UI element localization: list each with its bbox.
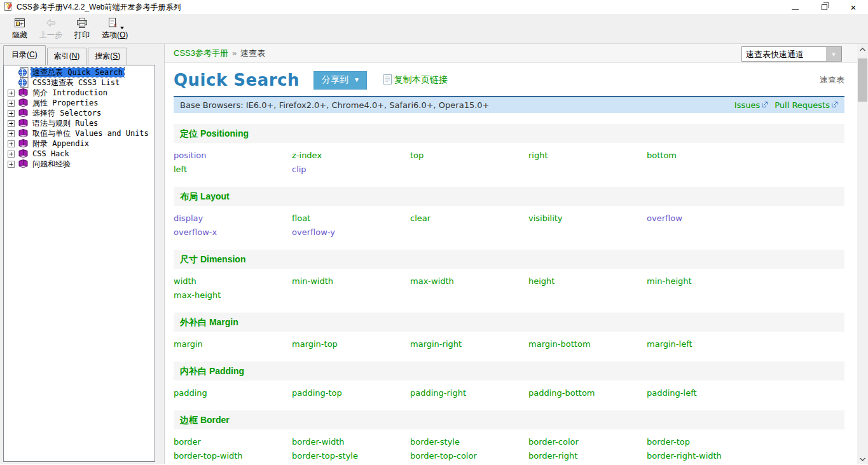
expander-plus-icon[interactable] bbox=[8, 120, 15, 127]
css-property-link[interactable]: min-height bbox=[647, 276, 765, 286]
page-title: Quick Search bbox=[174, 71, 300, 90]
chevron-down-icon bbox=[860, 457, 865, 461]
tree-item-label[interactable]: 选择符 Selectors bbox=[31, 109, 102, 118]
expander-plus-icon[interactable] bbox=[8, 130, 15, 137]
close-button[interactable]: × bbox=[839, 0, 868, 14]
tree-item-label[interactable]: 取值与单位 Values and Units bbox=[31, 129, 150, 138]
tree-item-label[interactable]: CSS Hack bbox=[31, 149, 71, 158]
expander-plus-icon[interactable] bbox=[8, 140, 15, 147]
css-property-link[interactable]: padding-left bbox=[647, 388, 765, 398]
tab-index[interactable]: 索引(N) bbox=[47, 48, 87, 65]
css-property-link[interactable]: border-top-width bbox=[174, 451, 292, 461]
css-property-link[interactable]: overflow bbox=[647, 213, 765, 223]
tree-item[interactable]: 问题和经验 bbox=[8, 159, 155, 169]
vertical-scrollbar[interactable] bbox=[857, 44, 868, 464]
scroll-track[interactable] bbox=[857, 55, 868, 454]
css-property-link[interactable]: bottom bbox=[647, 151, 765, 160]
tree-item-label[interactable]: 简介 Introduction bbox=[31, 88, 109, 97]
tree-item[interactable]: 简介 Introduction bbox=[8, 88, 155, 98]
css-property-link[interactable]: margin-left bbox=[647, 339, 765, 349]
css-property-link[interactable]: height bbox=[528, 276, 647, 286]
toolbar-button-hide[interactable]: 隐藏 bbox=[5, 15, 34, 42]
css-property-link[interactable]: max-width bbox=[410, 276, 528, 286]
css-property-link[interactable]: margin-bottom bbox=[528, 339, 647, 349]
tree-item[interactable]: 取值与单位 Values and Units bbox=[8, 128, 155, 138]
tree-item[interactable]: 属性 Properties bbox=[8, 98, 155, 108]
css-property-link[interactable]: overflow-x bbox=[174, 227, 292, 237]
css-property-link[interactable]: clear bbox=[410, 213, 528, 223]
css-property-link[interactable]: padding bbox=[174, 388, 292, 398]
book-icon bbox=[18, 108, 29, 118]
tree-item-label[interactable]: 问题和经验 bbox=[31, 159, 72, 168]
minimize-button[interactable] bbox=[780, 0, 809, 14]
share-button[interactable]: 分享到 ▼ bbox=[313, 71, 367, 90]
css-property-link[interactable]: clip bbox=[292, 165, 410, 174]
css-property-link[interactable]: padding-right bbox=[410, 388, 528, 398]
css-property-link[interactable]: border-top bbox=[647, 437, 765, 447]
tree-item[interactable]: 附录 Appendix bbox=[8, 138, 155, 149]
section-links: paddingpadding-toppadding-rightpadding-b… bbox=[174, 386, 844, 400]
toolbar-button-options[interactable]: 选项(O) bbox=[97, 15, 133, 42]
css-property-link[interactable]: width bbox=[174, 276, 292, 286]
base-browsers-links: IssuesPull Requests bbox=[734, 100, 838, 110]
tree-item-label[interactable]: 语法与规则 Rules bbox=[31, 119, 99, 128]
tree-item-selected[interactable]: 速查总表 Quick Search bbox=[8, 67, 155, 78]
css-property-link[interactable]: border bbox=[174, 437, 292, 447]
quick-nav-select[interactable]: 速查表快速通道 ▼ bbox=[741, 46, 842, 62]
css-property-link[interactable]: float bbox=[292, 213, 410, 223]
toolbar-button-print[interactable]: 打印 bbox=[67, 15, 97, 42]
css-property-link[interactable]: overflow-y bbox=[292, 227, 410, 237]
css-property-link[interactable]: position bbox=[174, 151, 292, 160]
expander-plus-icon[interactable] bbox=[8, 110, 15, 117]
pull-requests-link[interactable]: Pull Requests bbox=[775, 100, 838, 110]
css-property-link[interactable]: max-height bbox=[174, 290, 292, 300]
css-property-link[interactable]: display bbox=[174, 213, 292, 223]
css-property-link[interactable]: padding-bottom bbox=[528, 388, 647, 398]
chevron-up-icon bbox=[860, 48, 865, 51]
css-property-link[interactable]: visibility bbox=[528, 213, 647, 223]
issues-link[interactable]: Issues bbox=[734, 100, 768, 110]
restore-button[interactable] bbox=[809, 0, 839, 14]
content-scroll: Quick Search 分享到 ▼ 复制本页链接 速查表 Base Brows… bbox=[165, 63, 857, 462]
breadcrumb-home-link[interactable]: CSS3参考手册 bbox=[174, 48, 228, 59]
css-property-link[interactable]: min-width bbox=[292, 276, 410, 286]
css-property-link[interactable]: right bbox=[528, 151, 647, 160]
tab-search[interactable]: 搜索(S) bbox=[88, 48, 127, 65]
tree-item-label[interactable]: 附录 Appendix bbox=[31, 139, 90, 148]
tree-item-label[interactable]: CSS3速查表 CSS3 List bbox=[31, 78, 121, 87]
scroll-thumb[interactable] bbox=[858, 58, 867, 102]
toolbar: 隐藏上一步打印选项(O) bbox=[0, 14, 868, 44]
tree-item[interactable]: 语法与规则 Rules bbox=[8, 118, 155, 128]
expander-plus-icon[interactable] bbox=[8, 151, 15, 158]
css-property-link[interactable]: left bbox=[174, 165, 292, 174]
css-property-link[interactable]: margin-top bbox=[292, 339, 410, 349]
css-property-link[interactable]: padding-top bbox=[292, 388, 410, 398]
scroll-down-button[interactable] bbox=[857, 454, 868, 464]
tree-item[interactable]: 选择符 Selectors bbox=[8, 108, 155, 118]
scroll-up-button[interactable] bbox=[857, 44, 868, 55]
css-property-link[interactable]: border-right-width bbox=[647, 451, 765, 461]
css-property-link[interactable]: z-index bbox=[292, 151, 410, 160]
quick-nav-dropdown-button[interactable]: ▼ bbox=[826, 47, 841, 61]
css-property-link[interactable]: margin bbox=[174, 339, 292, 349]
tree-item[interactable]: CSS3速查表 CSS3 List bbox=[8, 78, 155, 88]
css-property-link[interactable]: top bbox=[410, 151, 528, 160]
section: 布局 Layoutdisplayfloatclearvisibilityover… bbox=[174, 187, 844, 239]
corner-link[interactable]: 速查表 bbox=[820, 74, 844, 86]
css-property-link[interactable]: border-style bbox=[410, 437, 528, 447]
tab-contents[interactable]: 目录(C) bbox=[3, 45, 46, 65]
expander-plus-icon[interactable] bbox=[8, 100, 15, 107]
css-property-link[interactable]: border-top-style bbox=[292, 451, 410, 461]
css-property-link[interactable]: border-top-color bbox=[410, 451, 528, 461]
css-property-link[interactable]: border-width bbox=[292, 437, 410, 447]
tree-item-label[interactable]: 属性 Properties bbox=[31, 98, 99, 107]
expander-plus-icon[interactable] bbox=[8, 90, 15, 97]
tree-item-label[interactable]: 速查总表 Quick Search bbox=[31, 68, 124, 77]
copy-page-link[interactable]: 复制本页链接 bbox=[383, 74, 448, 86]
tree-item[interactable]: CSS Hack bbox=[8, 149, 155, 159]
css-property-link[interactable]: border-right bbox=[528, 451, 647, 461]
expander-plus-icon[interactable] bbox=[8, 161, 15, 168]
css-property-link[interactable]: margin-right bbox=[410, 339, 528, 349]
section: 尺寸 Dimensionwidthmin-widthmax-widthheigh… bbox=[174, 250, 844, 302]
css-property-link[interactable]: border-color bbox=[528, 437, 647, 447]
